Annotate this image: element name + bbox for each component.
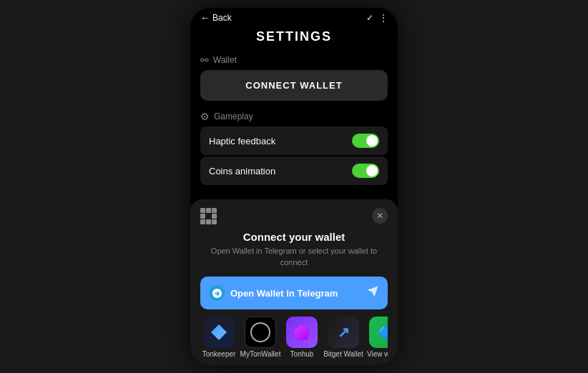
tonhub-icon bbox=[286, 317, 318, 348]
page-title: SETTINGS bbox=[200, 26, 388, 44]
mytonwallet-icon bbox=[245, 317, 276, 348]
mytonwallet-label: MyTonWallet bbox=[240, 350, 281, 358]
back-button[interactable]: ← Back bbox=[200, 12, 232, 24]
coins-animation-row: Coins animation bbox=[200, 156, 388, 185]
wallet-apps-list: Tonkeeper MyTonWallet Tonhub ↗ bbox=[200, 317, 388, 358]
checkmark-icon: ✓ bbox=[366, 13, 373, 23]
tonkeeper-app[interactable]: Tonkeeper bbox=[200, 317, 237, 358]
tonkeeper-icon bbox=[203, 317, 235, 348]
connect-wallet-button[interactable]: CONNECT WALLET bbox=[200, 70, 388, 101]
status-bar-right: ✓ ⋮ bbox=[366, 13, 388, 23]
modal-subtitle: Open Wallet in Telegram or select your w… bbox=[200, 246, 388, 268]
wallet-icon: ⚯ bbox=[200, 54, 209, 66]
tonkeeper-label: Tonkeeper bbox=[202, 350, 236, 358]
status-bar: ← Back ✓ ⋮ bbox=[190, 8, 398, 26]
tonhub-label: Tonhub bbox=[290, 350, 314, 358]
send-icon bbox=[366, 285, 379, 301]
status-bar-left: ← Back bbox=[200, 12, 232, 24]
mytonwallet-app[interactable]: MyTonWallet bbox=[242, 317, 279, 358]
view-more-app[interactable]: 🔷 View wallet bbox=[366, 317, 388, 358]
view-more-label: View wallet bbox=[367, 350, 388, 358]
telegram-icon bbox=[209, 285, 225, 301]
gameplay-section-label: ⚙ Gameplay bbox=[200, 111, 388, 122]
back-label: Back bbox=[212, 13, 232, 23]
main-content: SETTINGS ⚯ Wallet CONNECT WALLET ⚙ Gamep… bbox=[190, 26, 398, 192]
close-modal-button[interactable]: ✕ bbox=[372, 208, 388, 224]
haptic-feedback-toggle[interactable] bbox=[352, 134, 379, 148]
bitget-icon: ↗ bbox=[328, 317, 359, 348]
coins-animation-label: Coins animation bbox=[209, 166, 275, 176]
view-more-icon: 🔷 bbox=[369, 317, 388, 348]
modal-title: Connect your wallet bbox=[200, 231, 388, 243]
back-arrow-icon: ← bbox=[200, 12, 210, 24]
gameplay-section: ⚙ Gameplay Haptic feedback Coins animati… bbox=[200, 111, 388, 185]
haptic-feedback-row: Haptic feedback bbox=[200, 126, 388, 155]
bitget-label: Bitget Wallet bbox=[323, 350, 363, 358]
phone-frame: ← Back ✓ ⋮ SETTINGS ⚯ Wallet CONNECT WAL… bbox=[190, 8, 398, 365]
modal-header: ✕ bbox=[200, 208, 388, 225]
connect-wallet-modal: ✕ Connect your wallet Open Wallet in Tel… bbox=[190, 199, 398, 365]
coins-animation-toggle[interactable] bbox=[352, 164, 379, 178]
open-telegram-button[interactable]: Open Wallet in Telegram bbox=[200, 277, 388, 309]
gamepad-icon: ⚙ bbox=[200, 111, 210, 122]
haptic-feedback-label: Haptic feedback bbox=[209, 136, 275, 146]
tonhub-app[interactable]: Tonhub bbox=[283, 317, 320, 358]
qr-icon bbox=[200, 208, 217, 225]
more-icon[interactable]: ⋮ bbox=[379, 13, 388, 23]
open-telegram-label: Open Wallet in Telegram bbox=[230, 288, 338, 299]
bitget-app[interactable]: ↗ Bitget Wallet bbox=[325, 317, 362, 358]
wallet-section-label: ⚯ Wallet bbox=[200, 54, 388, 66]
